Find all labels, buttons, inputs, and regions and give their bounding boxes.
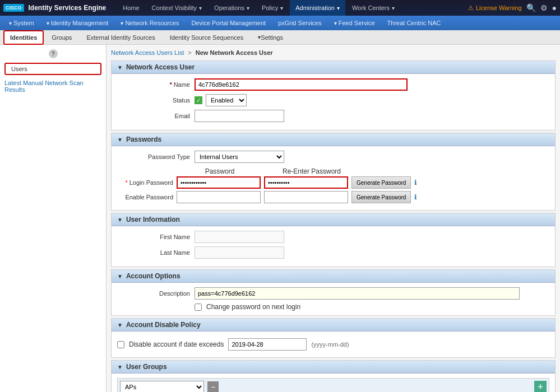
tab-identity-sequences[interactable]: Identity Source Sequences: [163, 30, 250, 45]
enable-password-row: Enable Password Generate Password ℹ: [117, 191, 549, 203]
generate-password-enable-button[interactable]: Generate Password: [351, 191, 411, 203]
last-name-row: Last Name: [117, 246, 549, 259]
change-password-checkbox[interactable]: [195, 304, 202, 311]
nav-item-operations[interactable]: Operations ▾: [209, 0, 255, 16]
tab-external-identity[interactable]: External Identity Sources: [80, 30, 161, 45]
user-information-header[interactable]: ▼ User Information: [112, 213, 555, 226]
tab-settings[interactable]: ▾ Settings: [251, 30, 290, 45]
change-password-label: Change password on next login: [206, 303, 300, 311]
subnav-system[interactable]: ▾ System: [3, 16, 40, 30]
status-control: ✓ Enabled Disabled: [195, 94, 247, 106]
enable-password-label: Enable Password: [117, 194, 173, 200]
gear-icon[interactable]: ⚙: [540, 3, 548, 12]
network-access-user-title: Network Access User: [126, 63, 195, 71]
login-password-reenter-input[interactable]: [264, 176, 348, 189]
name-input[interactable]: [195, 78, 408, 91]
account-disable-policy-header[interactable]: ▼ Account Disable Policy: [112, 319, 555, 332]
tab-identities[interactable]: Identities: [3, 30, 44, 45]
app-title: Identity Services Engine: [29, 4, 107, 12]
change-password-row: Change password on next login: [117, 303, 549, 311]
main-nav: Home Context Visibility ▾ Operations ▾ P…: [117, 0, 468, 16]
passwords-collapse-icon: ▼: [117, 137, 123, 143]
description-input[interactable]: [195, 287, 520, 300]
first-name-input[interactable]: [195, 231, 284, 243]
nav-item-home[interactable]: Home: [117, 0, 145, 16]
groups-add-button[interactable]: +: [534, 381, 547, 392]
login-password-info-icon[interactable]: ℹ: [414, 179, 417, 186]
disable-account-row: Disable account if date exceeds (yyyy-mm…: [117, 336, 549, 353]
search-icon[interactable]: 🔍: [526, 3, 536, 12]
tab-navigation: Identities Groups External Identity Sour…: [0, 30, 560, 45]
account-options-section: ▼ Account Options Description Change pas…: [111, 269, 556, 316]
users-button[interactable]: Users: [4, 63, 101, 75]
workcenters-arrow-icon: ▾: [392, 5, 395, 11]
last-name-label: Last Name: [117, 249, 190, 256]
groups-select[interactable]: APs ALL_ACCOUNTS ActivatedGuest: [120, 381, 204, 392]
policy-arrow-icon: ▾: [280, 5, 283, 11]
network-arrow-icon: ▾: [121, 20, 123, 26]
tab-groups[interactable]: Groups: [45, 30, 78, 45]
disable-date-input[interactable]: [228, 338, 307, 351]
password-type-select[interactable]: Internal Users Active Directory LDAP: [195, 151, 284, 163]
status-row: Status ✓ Enabled Disabled: [117, 94, 549, 106]
user-info-collapse-icon: ▼: [117, 217, 123, 223]
password-col-label: Password: [178, 167, 262, 175]
first-name-label: First Name: [117, 234, 190, 240]
user-information-title: User Information: [126, 216, 180, 223]
passwords-section: ▼ Passwords Password Type Internal Users…: [111, 133, 556, 211]
passwords-content: Password Type Internal Users Active Dire…: [112, 146, 555, 210]
nav-item-policy[interactable]: Policy ▾: [256, 0, 289, 16]
network-access-user-header[interactable]: ▼ Network Access User: [112, 61, 555, 74]
user-groups-collapse-icon: ▼: [117, 364, 123, 370]
enable-password-info-icon[interactable]: ℹ: [414, 193, 417, 201]
breadcrumb-list-link[interactable]: Network Access Users List: [111, 49, 184, 56]
breadcrumb-separator: >: [188, 49, 191, 56]
nav-item-administration[interactable]: Administration ▾: [290, 0, 345, 16]
subnav-pxgrid[interactable]: pxGrid Services: [272, 16, 327, 30]
name-label: * * Name: [117, 81, 190, 88]
status-select[interactable]: Enabled Disabled: [206, 94, 247, 106]
enable-password-reenter-input[interactable]: [264, 191, 348, 203]
cisco-logo: CISCO: [3, 4, 24, 12]
password-type-label: Password Type: [117, 153, 190, 160]
license-warning: ⚠ License Warning: [468, 4, 522, 12]
subnav-network-resources[interactable]: ▾ Network Resources: [115, 16, 184, 30]
context-arrow-icon: ▾: [199, 5, 202, 11]
latest-scan-link[interactable]: Latest Manual Network Scan Results: [0, 77, 106, 95]
warning-icon: ⚠: [468, 4, 474, 12]
account-options-header[interactable]: ▼ Account Options: [112, 270, 555, 283]
subnav-identity-mgmt[interactable]: ▾ Identity Management: [41, 16, 114, 30]
subnav-device-portal[interactable]: Device Portal Management: [186, 16, 271, 30]
status-label: Status: [117, 97, 190, 104]
enable-password-input[interactable]: [177, 191, 261, 203]
description-row: Description: [117, 287, 549, 300]
breadcrumb-current: New Network Access User: [196, 49, 273, 56]
network-access-user-content: * * Name Status ✓ Enabled Disabled: [112, 74, 555, 130]
disable-account-checkbox[interactable]: [117, 341, 124, 348]
subnav-threat-centric[interactable]: Threat Centric NAC: [382, 16, 447, 30]
name-row: * * Name: [117, 78, 549, 91]
user-information-content: First Name Last Name: [112, 226, 555, 267]
groups-remove-button[interactable]: −: [207, 381, 219, 392]
groups-row: APs ALL_ACCOUNTS ActivatedGuest − +: [117, 378, 549, 392]
description-label: Description: [117, 290, 190, 297]
generate-password-login-button[interactable]: Generate Password: [351, 176, 411, 189]
nav-item-work-centers[interactable]: Work Centers ▾: [346, 0, 400, 16]
passwords-header[interactable]: ▼ Passwords: [112, 133, 555, 146]
sub-navigation: ▾ System ▾ Identity Management ▾ Network…: [0, 16, 560, 30]
account-disable-policy-title: Account Disable Policy: [126, 321, 201, 329]
feed-arrow-icon: ▾: [334, 20, 337, 26]
network-access-user-section: ▼ Network Access User * * Name Status ✓: [111, 60, 556, 130]
email-label: Email: [117, 113, 190, 119]
last-name-input[interactable]: [195, 246, 284, 259]
status-checkbox-icon[interactable]: ✓: [195, 96, 202, 104]
user-groups-header[interactable]: ▼ User Groups: [112, 361, 555, 374]
re-enter-col-label: Re-Enter Password: [265, 167, 358, 175]
email-input[interactable]: [195, 110, 284, 122]
nav-item-context[interactable]: Context Visibility ▾: [146, 0, 208, 16]
account-disable-collapse-icon: ▼: [117, 322, 123, 328]
subnav-feed-service[interactable]: ▾ Feed Service: [328, 16, 381, 30]
circle-icon[interactable]: ●: [552, 3, 557, 12]
login-password-input[interactable]: [177, 176, 261, 189]
help-icon[interactable]: ?: [49, 49, 58, 58]
